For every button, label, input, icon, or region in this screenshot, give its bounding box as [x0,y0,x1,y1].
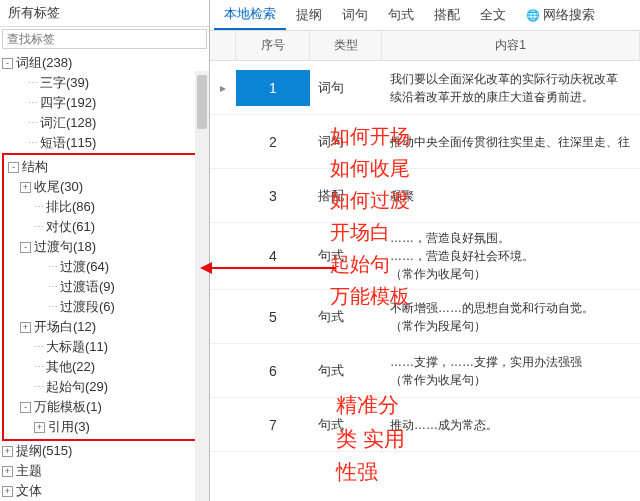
node-label[interactable]: 词组 [16,54,42,72]
node-count: (9) [99,278,115,296]
table-row[interactable]: 5句式不断增强……的思想自觉和行动自觉。（常作为段尾句） [210,290,640,344]
tree-node[interactable]: ⋯词汇 (128) [0,113,209,133]
table-row[interactable]: 6句式……支撑，……支撑，实用办法强强（常作为收尾句） [210,344,640,398]
main-panel: 本地检索 提纲 词句 句式 搭配 全文 🌐网络搜索 序号 类型 内容1 ▸1词句… [210,0,640,501]
row-indicator-icon [210,419,236,431]
row-content: 我们要以全面深化改革的实际行动庆祝改革续沿着改革开放的康庄大道奋勇前进。 [382,64,640,112]
node-label[interactable]: 四字 [40,94,66,112]
tree-node[interactable]: -过渡句 (18) [6,237,203,257]
tree-node[interactable]: +主题 [0,461,209,481]
tree-node[interactable]: ⋯过渡 (64) [6,257,203,277]
tree-node[interactable]: ⋯四字 (192) [0,93,209,113]
scroll-thumb[interactable] [197,75,207,129]
tab-sentence[interactable]: 句式 [378,1,424,29]
tree-node[interactable]: +提纲 (515) [0,441,209,461]
node-count: (12) [73,318,96,336]
expand-icon[interactable]: + [2,446,13,457]
tab-all-tags[interactable]: 所有标签 [0,0,68,26]
tab-outline[interactable]: 提纲 [286,1,332,29]
expand-icon[interactable]: + [20,322,31,333]
node-label[interactable]: 起始句 [46,378,85,396]
node-count: (30) [60,178,83,196]
row-indicator-icon [210,365,236,377]
node-label[interactable]: 过渡语 [60,278,99,296]
header-content[interactable]: 内容1 [382,31,640,60]
tree-node[interactable]: ⋯大标题 (11) [6,337,203,357]
tree-node[interactable]: ⋯过渡语 (9) [6,277,203,297]
scrollbar[interactable] [195,71,209,501]
tree-node[interactable]: -词组 (238) [0,53,209,73]
sidebar: 所有标签 -词组 (238)⋯三字 (39)⋯四字 (192)⋯词汇 (128)… [0,0,210,501]
collapse-icon[interactable]: - [20,242,31,253]
tree-node[interactable]: ⋯三字 (39) [0,73,209,93]
header-num[interactable]: 序号 [236,31,310,60]
node-label[interactable]: 排比 [46,198,72,216]
node-count: (39) [66,74,89,92]
node-label[interactable]: 主题 [16,462,42,480]
table-row[interactable]: 2词句推动中央全面传贯彻往实里走、往深里走、往 [210,115,640,169]
node-label[interactable]: 文体 [16,482,42,500]
row-number: 1 [236,70,310,106]
row-type: 句式 [310,302,382,332]
search-row [0,27,209,51]
grid-header: 序号 类型 内容1 [210,31,640,61]
node-count: (29) [85,378,108,396]
table-row[interactable]: 4句式……，营造良好氛围。……，营造良好社会环境。（常作为收尾句） [210,223,640,290]
collapse-icon[interactable]: - [20,402,31,413]
tag-tree: -词组 (238)⋯三字 (39)⋯四字 (192)⋯词汇 (128)⋯短语 (… [0,51,209,501]
node-label[interactable]: 引用 [48,418,74,436]
node-label[interactable]: 其他 [46,358,72,376]
node-label[interactable]: 开场白 [34,318,73,336]
tree-node[interactable]: ⋯其他 (22) [6,357,203,377]
collapse-icon[interactable]: - [8,162,19,173]
row-type: 词句 [310,73,382,103]
tree-node[interactable]: ⋯短语 (115) [0,133,209,153]
node-label[interactable]: 过渡段 [60,298,99,316]
expand-icon[interactable]: + [34,422,45,433]
tree-node[interactable]: -万能模板 (1) [6,397,203,417]
tree-node[interactable]: -结构 [6,157,203,177]
tree-node[interactable]: ⋯排比 (86) [6,197,203,217]
node-label[interactable]: 词汇 [40,114,66,132]
row-number: 6 [236,357,310,385]
tab-local-search[interactable]: 本地检索 [214,0,286,30]
row-type: 句式 [310,410,382,440]
node-label[interactable]: 万能模板 [34,398,86,416]
tree-node[interactable]: +文体 [0,481,209,501]
row-type: 搭配 [310,181,382,211]
search-input[interactable] [2,29,207,49]
tree-node[interactable]: ⋯起始句 (29) [6,377,203,397]
node-label[interactable]: 结构 [22,158,48,176]
table-row[interactable]: 3搭配凝聚 [210,169,640,223]
tree-node[interactable]: +收尾 (30) [6,177,203,197]
node-count: (128) [66,114,96,132]
expand-icon[interactable]: + [2,486,13,497]
tree-node[interactable]: +引用 (3) [6,417,203,437]
tab-web-search[interactable]: 🌐网络搜索 [516,1,605,29]
node-label[interactable]: 对仗 [46,218,72,236]
collapse-icon[interactable]: - [2,58,13,69]
tree-node[interactable]: ⋯对仗 (61) [6,217,203,237]
tab-fulltext[interactable]: 全文 [470,1,516,29]
node-label[interactable]: 大标题 [46,338,85,356]
node-label[interactable]: 收尾 [34,178,60,196]
table-row[interactable]: ▸1词句我们要以全面深化改革的实际行动庆祝改革续沿着改革开放的康庄大道奋勇前进。 [210,61,640,115]
node-label[interactable]: 三字 [40,74,66,92]
tab-words[interactable]: 词句 [332,1,378,29]
table-row[interactable]: 7句式推动……成为常态。 [210,398,640,452]
sidebar-tabs: 所有标签 [0,0,209,27]
node-label[interactable]: 过渡句 [34,238,73,256]
row-type: 词句 [310,127,382,157]
tree-node[interactable]: ⋯过渡段 (6) [6,297,203,317]
tree-node[interactable]: +开场白 (12) [6,317,203,337]
expand-icon[interactable]: + [2,466,13,477]
node-label[interactable]: 短语 [40,134,66,152]
row-content: ……，营造良好氛围。……，营造良好社会环境。（常作为收尾句） [382,223,640,289]
node-label[interactable]: 过渡 [60,258,86,276]
header-type[interactable]: 类型 [310,31,382,60]
tab-collocation[interactable]: 搭配 [424,1,470,29]
node-label[interactable]: 提纲 [16,442,42,460]
expand-icon[interactable]: + [20,182,31,193]
node-count: (6) [99,298,115,316]
node-count: (11) [85,338,108,356]
